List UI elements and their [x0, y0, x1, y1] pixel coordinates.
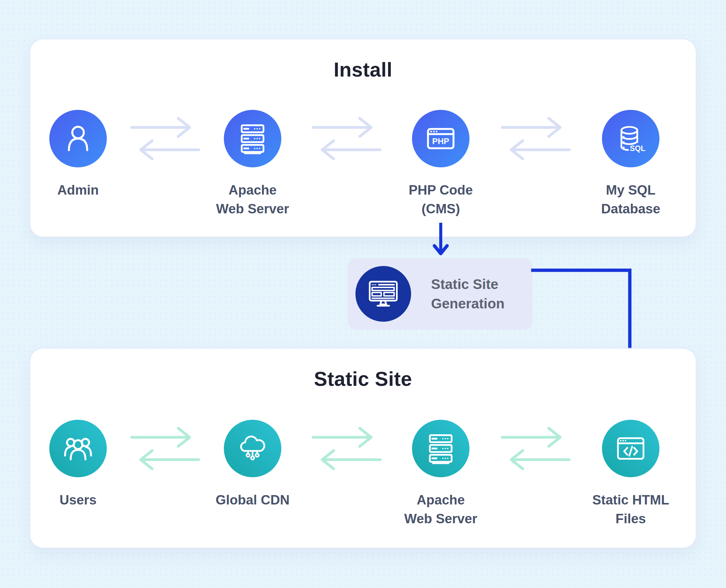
node-label: PHP Code (CMS) [409, 181, 473, 218]
monitor-wireframe-icon [366, 277, 400, 311]
apache-circle [224, 110, 281, 167]
node-label: Static HTML Files [592, 490, 669, 528]
apache-circle [412, 420, 469, 477]
node-admin: Admin [24, 110, 132, 200]
static-site-panel-title: Static Site [30, 368, 696, 391]
static-site-generation-diagram: Install Admin [0, 0, 726, 588]
admin-circle [49, 110, 107, 167]
cdn-circle [224, 420, 281, 477]
svg-text:PHP: PHP [432, 136, 449, 146]
node-label: Global CDN [216, 490, 290, 509]
server-stack-icon [235, 121, 270, 156]
node-label: Apache Web Server [404, 490, 477, 528]
generator-label: Static Site Generation [431, 274, 505, 314]
server-stack-icon [423, 431, 458, 466]
svg-text:SQL: SQL [630, 144, 645, 152]
bidirectional-arrows-apache-htmlfiles [498, 426, 574, 471]
node-label: Users [60, 490, 97, 509]
php-browser-icon: PHP [424, 121, 458, 156]
user-icon [61, 122, 95, 155]
node-apache-install: Apache Web Server [198, 110, 307, 218]
bidirectional-arrows-users-cdn [127, 426, 203, 471]
bidirectional-arrows-php-mysql [498, 116, 574, 161]
users-group-icon [61, 431, 95, 466]
bidirectional-arrows-apache-php [309, 116, 384, 161]
cdn-cloud-icon [235, 431, 270, 466]
install-panel-title: Install [30, 58, 696, 81]
node-label: Apache Web Server [216, 181, 289, 218]
static-html-circle [602, 420, 659, 477]
node-php-code: PHP PHP Code (CMS) [386, 110, 495, 218]
generator-circle [356, 266, 411, 322]
php-circle: PHP [412, 110, 469, 167]
bidirectional-arrows-admin-apache [127, 116, 203, 161]
node-apache-static: Apache Web Server [386, 420, 495, 528]
node-mysql: SQL My SQL Database [576, 110, 685, 218]
node-static-html-files: Static HTML Files [576, 420, 685, 528]
mysql-circle: SQL [602, 110, 659, 167]
sql-database-icon: SQL [614, 121, 648, 156]
static-site-generation-box: Static Site Generation [347, 258, 533, 330]
users-circle [49, 420, 107, 477]
node-label: My SQL Database [601, 181, 660, 218]
php-to-generator-arrow [430, 223, 451, 257]
bidirectional-arrows-cdn-apache [309, 426, 384, 471]
node-users: Users [24, 420, 132, 509]
code-browser-icon [614, 431, 648, 466]
node-global-cdn: Global CDN [198, 420, 307, 509]
node-label: Admin [58, 181, 99, 200]
